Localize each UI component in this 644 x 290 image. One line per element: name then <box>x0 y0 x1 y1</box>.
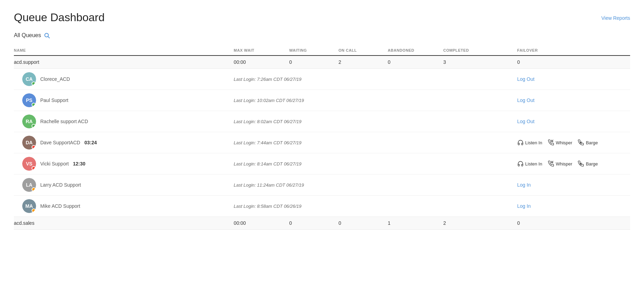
queue-abandoned: 0 <box>384 56 439 69</box>
agent-action-link[interactable]: Log In <box>517 182 531 188</box>
last-login-text: Last Login: 11:24am CDT 06/27/19 <box>234 182 304 188</box>
agent-action-cell: Log In <box>513 174 630 196</box>
avatar: CA <box>22 72 36 86</box>
last-login-cell: Last Login: 7:26am CDT 06/27/19 <box>230 69 513 90</box>
agent-row: LA Larry ACD Support Last Login: 11:24am… <box>14 174 630 196</box>
agent-name: Dave SupportACD <box>40 140 80 145</box>
listen-in-button[interactable]: Listen In <box>517 139 542 146</box>
last-login-cell: Last Login: 8:14am CDT 06/27/19 <box>230 153 513 174</box>
agent-name: Vicki Support <box>40 161 69 167</box>
queue-name: acd.sales <box>14 217 230 230</box>
avatar: VS <box>22 157 36 171</box>
col-header-abandoned: ABANDONED <box>384 45 439 56</box>
avatar: LA <box>22 178 36 192</box>
agent-info-cell: VS Vicki Support 12:30 <box>14 153 230 174</box>
avatar: DA <box>22 136 36 150</box>
col-header-waiting: WAITING <box>285 45 334 56</box>
queue-name: acd.support <box>14 56 230 69</box>
barge-button[interactable]: Barge <box>578 161 598 167</box>
agent-action-link[interactable]: Log Out <box>517 119 535 124</box>
avatar: PS <box>22 93 36 107</box>
queue-failover: 0 <box>513 217 630 230</box>
col-header-maxwait: MAX WAIT <box>230 45 285 56</box>
status-badge <box>32 166 36 170</box>
agent-action-cell: Log In <box>513 196 630 217</box>
queue-waiting: 0 <box>285 56 334 69</box>
view-reports-link[interactable]: View Reports <box>601 15 630 21</box>
agent-info-cell: DA Dave SupportACD 03:24 <box>14 132 230 153</box>
last-login-text: Last Login: 7:44am CDT 06/27/19 <box>234 140 302 145</box>
avatar: RA <box>22 114 36 128</box>
agent-row: MA Mike ACD Support Last Login: 8:58am C… <box>14 196 630 217</box>
listen-icon <box>517 161 524 167</box>
last-login-cell: Last Login: 8:58am CDT 06/26/19 <box>230 196 513 217</box>
queue-abandoned: 1 <box>384 217 439 230</box>
agent-info-cell: RA Rachelle support ACD <box>14 111 230 132</box>
agent-action-cell: Listen In Whisper <box>513 132 630 153</box>
status-badge <box>32 82 36 86</box>
barge-icon <box>578 161 584 167</box>
col-header-oncall: ON CALL <box>334 45 384 56</box>
queue-row: acd.sales 00:00 0 0 1 2 0 <box>14 217 630 230</box>
monitor-actions: Listen In Whisper <box>517 139 626 146</box>
page-title: Queue Dashboard <box>14 11 105 24</box>
last-login-cell: Last Login: 8:02am CDT 06/27/19 <box>230 111 513 132</box>
agent-row: CA Clorece_ACD Last Login: 7:26am CDT 06… <box>14 69 630 90</box>
status-badge <box>32 208 36 213</box>
monitor-actions: Listen In Whisper <box>517 161 626 167</box>
barge-button[interactable]: Barge <box>578 139 598 146</box>
agent-info-cell: CA Clorece_ACD <box>14 69 230 90</box>
agent-action-link[interactable]: Log Out <box>517 97 535 103</box>
agent-name: Mike ACD Support <box>40 203 80 209</box>
whisper-button[interactable]: Whisper <box>548 139 573 146</box>
agent-name: Clorece_ACD <box>40 76 70 82</box>
status-badge <box>32 145 36 149</box>
avatar: MA <box>22 199 36 213</box>
agent-info-cell: PS Paul Support <box>14 90 230 111</box>
agent-name: Rachelle support ACD <box>40 119 88 124</box>
barge-icon <box>578 139 584 146</box>
queue-row: acd.support 00:00 0 2 0 3 0 <box>14 56 630 69</box>
queue-on-call: 2 <box>334 56 384 69</box>
col-header-name: NAME <box>14 45 230 56</box>
queue-max-wait: 00:00 <box>230 56 285 69</box>
last-login-cell: Last Login: 11:24am CDT 06/27/19 <box>230 174 513 196</box>
queue-completed: 3 <box>439 56 513 69</box>
listen-in-button[interactable]: Listen In <box>517 161 542 167</box>
last-login-cell: Last Login: 10:02am CDT 06/27/19 <box>230 90 513 111</box>
last-login-text: Last Login: 8:02am CDT 06/27/19 <box>234 119 302 124</box>
agent-action-link[interactable]: Log In <box>517 203 531 209</box>
agent-action-cell: Log Out <box>513 111 630 132</box>
status-badge <box>32 103 36 107</box>
last-login-text: Last Login: 7:26am CDT 06/27/19 <box>234 77 302 82</box>
whisper-icon <box>548 161 554 167</box>
last-login-text: Last Login: 8:14am CDT 06/27/19 <box>234 161 302 167</box>
listen-icon <box>517 139 524 146</box>
agent-action-cell: Listen In Whisper <box>513 153 630 174</box>
last-login-cell: Last Login: 7:44am CDT 06/27/19 <box>230 132 513 153</box>
svg-line-1 <box>48 36 50 38</box>
col-header-failover: FAILOVER <box>513 45 630 56</box>
search-button[interactable] <box>44 32 50 39</box>
whisper-button[interactable]: Whisper <box>548 161 573 167</box>
col-header-completed: COMPLETED <box>439 45 513 56</box>
agent-action-cell: Log Out <box>513 90 630 111</box>
agent-row: DA Dave SupportACD 03:24 Last Login: 7:4… <box>14 132 630 153</box>
search-icon <box>44 32 50 39</box>
agent-timer: 03:24 <box>84 140 97 145</box>
status-badge <box>32 124 36 128</box>
agent-name: Paul Support <box>40 97 68 103</box>
last-login-text: Last Login: 10:02am CDT 06/27/19 <box>234 98 304 103</box>
agent-name: Larry ACD Support <box>40 182 81 188</box>
queue-waiting: 0 <box>285 217 334 230</box>
queue-on-call: 0 <box>334 217 384 230</box>
queue-completed: 2 <box>439 217 513 230</box>
whisper-icon <box>548 139 554 146</box>
queue-max-wait: 00:00 <box>230 217 285 230</box>
all-queues-label: All Queues <box>14 32 41 39</box>
status-badge <box>32 187 36 191</box>
agent-action-link[interactable]: Log Out <box>517 76 535 82</box>
agent-action-cell: Log Out <box>513 69 630 90</box>
agent-row: VS Vicki Support 12:30 Last Login: 8:14a… <box>14 153 630 174</box>
agent-info-cell: LA Larry ACD Support <box>14 174 230 196</box>
